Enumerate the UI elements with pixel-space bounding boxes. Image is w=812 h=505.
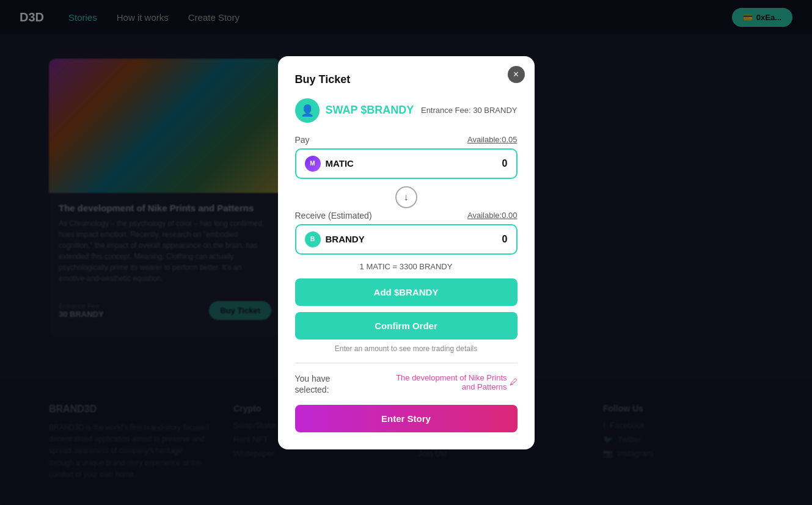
swap-brand-name: SWAP $BRANDY (326, 104, 414, 117)
selected-story[interactable]: The development of Nike Prints and Patte… (383, 373, 518, 391)
available-receive[interactable]: Available:0.00 (467, 211, 517, 220)
arrow-down: ↓ (295, 186, 518, 208)
selected-story-emoji: 🖊 (510, 377, 518, 387)
receive-token-left: B BRANDY (305, 231, 365, 247)
modal-title: Buy Ticket (295, 73, 518, 86)
swap-brand: 👤 SWAP $BRANDY (295, 98, 414, 123)
download-icon: ↓ (404, 192, 409, 203)
swap-header: 👤 SWAP $BRANDY Entrance Fee: 30 BRANDY (295, 98, 518, 123)
pay-label: Pay (295, 135, 310, 145)
swap-avatar: 👤 (295, 98, 320, 123)
entrance-fee-info: Entrance Fee: 30 BRANDY (421, 106, 518, 115)
selected-label-line2: selected: (295, 385, 329, 394)
receive-token-box[interactable]: B BRANDY 0 (295, 224, 518, 255)
pay-token-left: M MATIC (305, 156, 354, 172)
receive-row: Receive (Estimated) Available:0.00 (295, 211, 518, 220)
arrow-down-circle: ↓ (395, 186, 417, 208)
selected-label-line1: You have (295, 374, 331, 383)
receive-label: Receive (Estimated) (295, 211, 372, 220)
rate-text: 1 MATIC = 3300 BRANDY (295, 262, 518, 271)
modal-close-button[interactable]: × (508, 66, 525, 83)
selected-section: You have selected: The development of Ni… (295, 373, 518, 395)
pay-token-name: MATIC (326, 158, 354, 169)
pay-row: Pay Available:0.05 (295, 135, 518, 145)
pay-token-box[interactable]: M MATIC 0 (295, 148, 518, 179)
confirm-order-button[interactable]: Confirm Order (295, 312, 518, 340)
swap-avatar-icon: 👤 (301, 104, 314, 117)
modal-divider (295, 363, 518, 363)
selected-story-title: The development of Nike Prints and Patte… (383, 373, 507, 391)
receive-amount[interactable]: 0 (502, 234, 508, 245)
matic-icon: M (305, 156, 321, 172)
pay-amount[interactable]: 0 (502, 158, 508, 169)
modal-overlay[interactable]: Buy Ticket × 👤 SWAP $BRANDY Entrance Fee… (0, 0, 812, 505)
enter-story-button[interactable]: Enter Story (295, 405, 518, 432)
add-brandy-button[interactable]: Add $BRANDY (295, 278, 518, 306)
trade-hint: Enter an amount to see more trading deta… (295, 344, 518, 353)
you-have-selected-label: You have selected: (295, 373, 331, 395)
brandy-icon: B (305, 231, 321, 247)
receive-token-name: BRANDY (326, 234, 365, 244)
available-pay[interactable]: Available:0.05 (467, 135, 517, 144)
buy-ticket-modal: Buy Ticket × 👤 SWAP $BRANDY Entrance Fee… (278, 56, 535, 449)
